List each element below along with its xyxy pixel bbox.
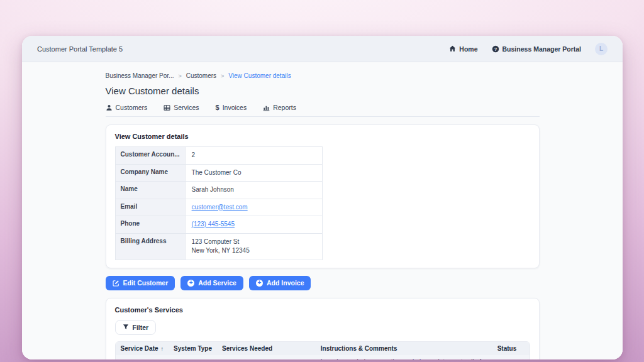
breadcrumb-item-current: View Customer details — [228, 72, 291, 79]
field-value: 123 Computer StNew York, NY 12345 — [185, 233, 322, 260]
field-value: Sarah Johnson — [185, 182, 322, 199]
table-cell: 08/06/2022 — [116, 355, 169, 360]
breadcrumb-separator: > — [221, 73, 224, 79]
chart-icon — [263, 104, 270, 111]
detail-row: Emailcustomer@test.com — [115, 199, 322, 216]
column-header-label: Service Date — [121, 345, 158, 352]
table-row[interactable]: 08/06/2022ServerNetworkingI need some he… — [116, 355, 530, 360]
detail-row: Customer Accoun...2 — [115, 147, 322, 165]
services-table-header-row: Service Date↑ System Type Services Neede… — [116, 342, 530, 355]
home-icon — [449, 45, 456, 52]
filter-funnel-icon — [123, 324, 129, 331]
button-label: Add Service — [198, 279, 236, 287]
breadcrumb-separator: > — [178, 73, 181, 79]
business-manager-portal-link[interactable]: ? Business Manager Portal — [492, 45, 581, 53]
tab-invoices[interactable]: $ Invoices — [216, 104, 247, 111]
portal-icon: ? — [492, 45, 499, 53]
plus-circle-icon: + — [256, 280, 263, 287]
column-header-service-date[interactable]: Service Date↑ — [116, 342, 169, 355]
field-label: Phone — [115, 216, 185, 234]
edit-customer-button[interactable]: Edit Customer — [106, 276, 175, 290]
field-label: Company Name — [115, 164, 185, 182]
field-value[interactable]: customer@test.com — [185, 199, 322, 216]
field-value: 2 — [185, 147, 322, 165]
person-icon — [106, 104, 113, 111]
user-avatar[interactable]: L — [595, 43, 608, 55]
tab-customers[interactable]: Customers — [106, 104, 148, 111]
field-value[interactable]: (123) 445-5545 — [185, 216, 322, 234]
column-header-services-needed[interactable]: Services Needed — [217, 342, 316, 355]
breadcrumb-item-portal[interactable]: Business Manager Por... — [106, 72, 174, 79]
table-cell: I need some help connecting a wireless p… — [316, 355, 492, 360]
sort-ascending-icon: ↑ — [161, 346, 164, 352]
home-link[interactable]: Home — [449, 45, 477, 53]
portal-link-label: Business Manager Portal — [502, 45, 581, 53]
filter-button-label: Filter — [133, 324, 149, 331]
content-area: Business Manager Por... > Customers > Vi… — [22, 62, 623, 359]
svg-text:?: ? — [494, 46, 497, 52]
field-label: Name — [115, 182, 185, 199]
breadcrumb: Business Manager Por... > Customers > Vi… — [106, 72, 540, 79]
services-table-body: 08/06/2022ServerNetworkingI need some he… — [116, 355, 530, 360]
customer-details-table: Customer Accoun...2Company NameThe Custo… — [115, 146, 323, 260]
add-service-button[interactable]: + Add Service — [180, 276, 243, 290]
button-label: Add Invoice — [267, 279, 304, 287]
action-buttons: Edit Customer + Add Service + Add Invoic… — [106, 276, 540, 290]
column-header-status[interactable]: Status — [492, 342, 530, 355]
main-container: Business Manager Por... > Customers > Vi… — [106, 62, 540, 359]
tab-label: Reports — [273, 104, 296, 111]
column-header-instructions[interactable]: Instructions & Comments — [316, 342, 492, 355]
field-label: Email — [115, 199, 185, 216]
services-table: Service Date↑ System Type Services Neede… — [115, 341, 530, 360]
plus-circle-icon: + — [187, 280, 194, 287]
titlebar-nav: Home ? Business Manager Portal L — [449, 43, 608, 55]
customer-fields-body: Customer Accoun...2Company NameThe Custo… — [115, 147, 322, 260]
customer-card-title: View Customer details — [115, 133, 530, 140]
home-link-label: Home — [459, 45, 477, 53]
app-window: Customer Portal Template 5 Home ? Busine… — [22, 36, 623, 359]
detail-row: Company NameThe Customer Co — [115, 164, 322, 182]
table-cell: Open — [492, 355, 530, 360]
detail-row: NameSarah Johnson — [115, 182, 322, 199]
add-invoice-button[interactable]: + Add Invoice — [249, 276, 311, 290]
detail-row: Phone(123) 445-5545 — [115, 216, 322, 234]
breadcrumb-item-customers[interactable]: Customers — [186, 72, 216, 79]
field-value-link[interactable]: (123) 445-5545 — [192, 221, 235, 228]
tab-label: Invoices — [223, 104, 247, 111]
table-grid-icon — [164, 104, 170, 111]
tab-reports[interactable]: Reports — [263, 104, 296, 111]
services-card-title: Customer's Services — [115, 306, 530, 314]
avatar-letter: L — [599, 45, 603, 52]
tab-label: Services — [174, 104, 199, 111]
table-cell: Networking — [217, 355, 316, 360]
table-cell: Server — [169, 355, 217, 360]
field-value: The Customer Co — [185, 164, 322, 182]
customer-services-card: Customer's Services Filter Service Date↑… — [106, 298, 540, 360]
edit-icon — [113, 280, 119, 287]
filter-button[interactable]: Filter — [115, 320, 157, 335]
window-title: Customer Portal Template 5 — [37, 45, 123, 53]
page-title: View Customer details — [106, 85, 540, 96]
tab-label: Customers — [116, 104, 148, 111]
field-label: Billing Address — [115, 233, 185, 260]
tab-services[interactable]: Services — [164, 104, 199, 111]
column-header-system-type[interactable]: System Type — [169, 342, 217, 355]
customer-details-card: View Customer details Customer Accoun...… — [106, 124, 540, 268]
dollar-icon: $ — [216, 104, 219, 111]
field-label: Customer Accoun... — [115, 147, 185, 165]
titlebar: Customer Portal Template 5 Home ? Busine… — [22, 36, 623, 62]
tab-bar: Customers Services $ Invoices Reports — [106, 104, 540, 117]
detail-row: Billing Address123 Computer StNew York, … — [115, 233, 322, 260]
button-label: Edit Customer — [123, 279, 169, 287]
field-value-link[interactable]: customer@test.com — [192, 204, 248, 211]
